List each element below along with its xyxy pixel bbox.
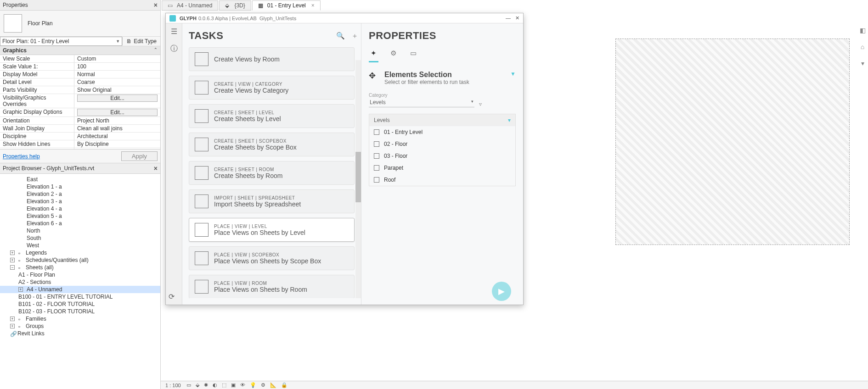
filter-icon[interactable]: ▿ (479, 101, 482, 107)
run-button[interactable]: ▶ (492, 282, 511, 301)
home-icon[interactable]: ⌂ (861, 43, 864, 50)
shadows-icon[interactable]: ◐ (213, 382, 217, 388)
property-value[interactable]: By Discipline (74, 140, 160, 148)
property-row[interactable]: Graphic Display OptionsEdit... (0, 108, 160, 117)
analytical-icon[interactable]: 📐 (270, 382, 276, 388)
tree-node[interactable]: Elevation 1 - a (0, 183, 160, 190)
chevron-down-icon[interactable]: ▼ (510, 71, 516, 85)
tree-node[interactable]: B100 - 01 - ENTRY LEVEL TUTORIAL (0, 293, 160, 300)
scrollbar-thumb[interactable] (355, 152, 361, 202)
tree-node[interactable]: B102 - 03 - FLOOR TUTORIAL (0, 308, 160, 315)
property-row[interactable]: Scale Value 1:100 (0, 63, 160, 71)
checkbox[interactable] (374, 165, 379, 171)
property-value[interactable]: Clean all wall joins (74, 125, 160, 132)
visual-style-icon[interactable]: ⬙ (196, 382, 199, 388)
temp-view-icon[interactable]: ⚙ (261, 382, 265, 388)
apply-button[interactable]: Apply (121, 151, 158, 161)
tree-node[interactable]: −▫Sheets (all) (0, 264, 160, 271)
reveal-hidden-icon[interactable]: 💡 (250, 382, 256, 388)
property-value[interactable]: Edit... (74, 94, 160, 108)
close-icon[interactable]: × (311, 2, 315, 9)
tree-node[interactable]: A2 - Sections (0, 278, 160, 286)
tree-toggle-icon[interactable]: − (10, 265, 15, 270)
task-card[interactable]: PLACE | VIEW | ROOMPlace Views on Sheets… (189, 275, 355, 298)
category-dropdown[interactable]: Levels ▾ (369, 98, 474, 107)
task-card[interactable]: PLACE | VIEW | SCOPEBOXPlace Views on Sh… (189, 246, 355, 270)
chevron-down-icon[interactable]: ▾ (508, 117, 511, 123)
property-row[interactable]: OrientationProject North (0, 117, 160, 125)
close-icon[interactable]: ✕ (515, 15, 519, 21)
sun-path-icon[interactable]: ✺ (204, 382, 208, 388)
level-item[interactable]: 02 - Floor (369, 138, 515, 150)
tree-node[interactable]: A1 - Floor Plan (0, 271, 160, 278)
property-row[interactable]: Visibility/Graphics OverridesEdit... (0, 94, 160, 108)
checkbox[interactable] (374, 177, 379, 183)
task-card[interactable]: CREATE | SHEET | LEVELCreate Sheets by L… (189, 104, 355, 128)
level-item[interactable]: Parapet (369, 162, 515, 174)
edit-button[interactable]: Edit... (77, 109, 158, 116)
property-row[interactable]: Parts VisibilityShow Original (0, 86, 160, 94)
minimize-icon[interactable]: — (506, 15, 511, 21)
tree-node[interactable]: Elevation 5 - a (0, 212, 160, 220)
tree-toggle-icon[interactable]: + (18, 287, 23, 292)
level-item[interactable]: 03 - Floor (369, 150, 515, 162)
tasks-list-icon[interactable]: ☰ (171, 27, 177, 36)
tree-node[interactable]: +▫Families (0, 315, 160, 322)
chevron-down-icon[interactable]: ▾ (861, 60, 864, 67)
tree-node[interactable]: 🔗Revit Links (0, 330, 160, 337)
tree-node[interactable]: +▫Schedules/Quantities (all) (0, 256, 160, 264)
nav-cube-icon[interactable]: ◧ (860, 27, 866, 34)
tab-settings[interactable]: ⚙ (389, 46, 398, 62)
scale-label[interactable]: 1 : 100 (165, 383, 181, 388)
task-card[interactable]: CREATE | SHEET | SCOPEBOXCreate Sheets b… (189, 133, 355, 156)
type-selector-dropdown[interactable]: Floor Plan: 01 - Entry Level ▼ (0, 37, 122, 46)
property-row[interactable]: Wall Join DisplayClean all wall joins (0, 125, 160, 133)
tab-preview[interactable]: ▭ (408, 46, 418, 62)
tree-toggle-icon[interactable]: + (10, 324, 15, 328)
search-icon[interactable]: 🔍 (336, 32, 345, 40)
tree-node[interactable]: Elevation 4 - a (0, 205, 160, 212)
checkbox[interactable] (374, 153, 379, 159)
elements-selection-header[interactable]: ✥ Elements Selection Select or filter el… (369, 71, 516, 85)
properties-help-link[interactable]: Properties help (3, 153, 40, 160)
property-value[interactable]: Normal (74, 71, 160, 78)
add-icon[interactable]: ＋ (351, 32, 358, 40)
tree-toggle-icon[interactable]: + (10, 250, 15, 255)
group-header-graphics[interactable]: Graphics ⌃ (0, 46, 160, 55)
tree-node[interactable]: Elevation 3 - a (0, 198, 160, 205)
property-value[interactable]: 100 (74, 63, 160, 70)
crop-region-icon[interactable]: ▣ (231, 382, 236, 388)
task-list[interactable]: Create Views by RoomCREATE | VIEW | CATE… (189, 47, 358, 298)
tree-node[interactable]: North (0, 227, 160, 234)
view-tab-3d[interactable]: ⬙ {3D} (219, 0, 251, 11)
tree-node[interactable]: +A4 - Unnamed (0, 286, 160, 293)
edit-button[interactable]: Edit... (77, 94, 158, 102)
tree-node[interactable]: West (0, 242, 160, 249)
tab-selection[interactable]: ✦ (369, 46, 378, 62)
property-value[interactable]: Coarse (74, 78, 160, 86)
property-value[interactable]: Custom (74, 55, 160, 62)
family-row[interactable]: Floor Plan (0, 11, 160, 37)
task-card[interactable]: CREATE | VIEW | CATEGORYCreate Views by … (189, 76, 355, 100)
edit-type-button[interactable]: 🗎 Edit Type (122, 37, 160, 45)
property-row[interactable]: DisciplineArchitectural (0, 133, 160, 140)
glyph-titlebar[interactable]: GLYPH 0.0.6.3 Alpha | EvolveLAB Glyph_Un… (166, 13, 523, 23)
task-card[interactable]: PLACE | VIEW | LEVELPlace Views on Sheet… (189, 218, 355, 242)
tree-node[interactable]: B101 - 02 - FLOOR TUTORIAL (0, 300, 160, 308)
level-item[interactable]: 01 - Entry Level (369, 126, 515, 138)
level-item[interactable]: Roof (369, 174, 515, 186)
tree-toggle-icon[interactable]: + (10, 317, 15, 321)
property-row[interactable]: Show Hidden LinesBy Discipline (0, 140, 160, 148)
tree-node[interactable]: East (0, 176, 160, 183)
close-icon[interactable]: × (154, 165, 158, 172)
tree-node[interactable]: Elevation 2 - a (0, 190, 160, 198)
property-row[interactable]: Display ModelNormal (0, 71, 160, 78)
levels-header[interactable]: Levels ▾ (369, 114, 515, 126)
scrollbar[interactable] (355, 60, 361, 298)
tree-node[interactable]: Elevation 6 - a (0, 220, 160, 227)
property-row[interactable]: View ScaleCustom (0, 55, 160, 63)
checkbox[interactable] (374, 129, 379, 135)
property-value[interactable]: Project North (74, 117, 160, 124)
checkbox[interactable] (374, 141, 379, 147)
constraints-icon[interactable]: 🔒 (281, 382, 287, 388)
